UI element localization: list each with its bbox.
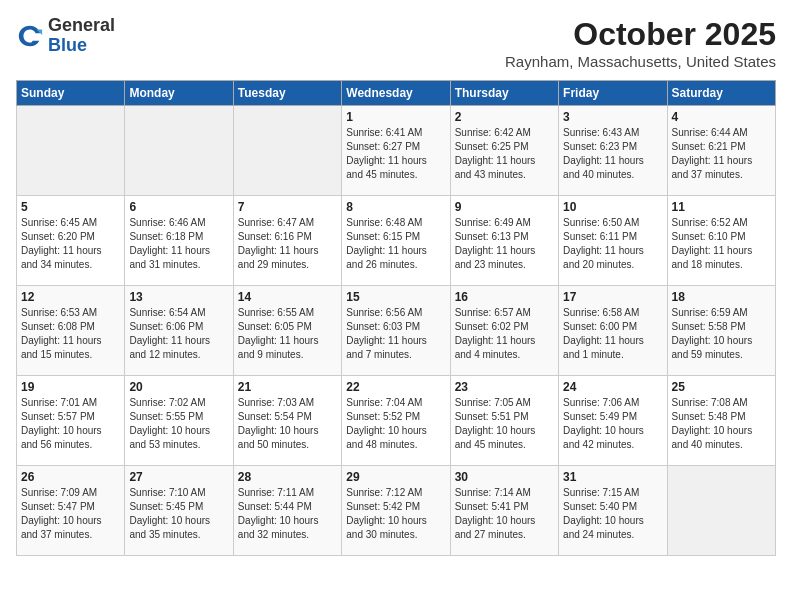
calendar-cell: 12Sunrise: 6:53 AMSunset: 6:08 PMDayligh… (17, 286, 125, 376)
calendar-cell: 2Sunrise: 6:42 AMSunset: 6:25 PMDaylight… (450, 106, 558, 196)
day-number: 9 (455, 200, 554, 214)
calendar-cell: 20Sunrise: 7:02 AMSunset: 5:55 PMDayligh… (125, 376, 233, 466)
day-number: 27 (129, 470, 228, 484)
day-number: 7 (238, 200, 337, 214)
weekday-header-monday: Monday (125, 81, 233, 106)
day-info: Sunrise: 7:04 AMSunset: 5:52 PMDaylight:… (346, 396, 445, 452)
day-info: Sunrise: 6:57 AMSunset: 6:02 PMDaylight:… (455, 306, 554, 362)
day-number: 13 (129, 290, 228, 304)
calendar-cell: 17Sunrise: 6:58 AMSunset: 6:00 PMDayligh… (559, 286, 667, 376)
day-number: 3 (563, 110, 662, 124)
day-info: Sunrise: 6:49 AMSunset: 6:13 PMDaylight:… (455, 216, 554, 272)
day-info: Sunrise: 7:08 AMSunset: 5:48 PMDaylight:… (672, 396, 771, 452)
calendar-cell: 6Sunrise: 6:46 AMSunset: 6:18 PMDaylight… (125, 196, 233, 286)
calendar-cell: 24Sunrise: 7:06 AMSunset: 5:49 PMDayligh… (559, 376, 667, 466)
calendar-cell: 13Sunrise: 6:54 AMSunset: 6:06 PMDayligh… (125, 286, 233, 376)
calendar-cell: 18Sunrise: 6:59 AMSunset: 5:58 PMDayligh… (667, 286, 775, 376)
day-info: Sunrise: 6:42 AMSunset: 6:25 PMDaylight:… (455, 126, 554, 182)
calendar-cell: 27Sunrise: 7:10 AMSunset: 5:45 PMDayligh… (125, 466, 233, 556)
day-info: Sunrise: 6:52 AMSunset: 6:10 PMDaylight:… (672, 216, 771, 272)
day-number: 28 (238, 470, 337, 484)
day-info: Sunrise: 6:50 AMSunset: 6:11 PMDaylight:… (563, 216, 662, 272)
calendar-week-row: 5Sunrise: 6:45 AMSunset: 6:20 PMDaylight… (17, 196, 776, 286)
day-number: 17 (563, 290, 662, 304)
calendar-week-row: 1Sunrise: 6:41 AMSunset: 6:27 PMDaylight… (17, 106, 776, 196)
day-info: Sunrise: 6:53 AMSunset: 6:08 PMDaylight:… (21, 306, 120, 362)
day-number: 6 (129, 200, 228, 214)
day-info: Sunrise: 7:03 AMSunset: 5:54 PMDaylight:… (238, 396, 337, 452)
calendar-week-row: 12Sunrise: 6:53 AMSunset: 6:08 PMDayligh… (17, 286, 776, 376)
day-number: 21 (238, 380, 337, 394)
day-info: Sunrise: 6:54 AMSunset: 6:06 PMDaylight:… (129, 306, 228, 362)
calendar-cell: 3Sunrise: 6:43 AMSunset: 6:23 PMDaylight… (559, 106, 667, 196)
calendar-cell: 22Sunrise: 7:04 AMSunset: 5:52 PMDayligh… (342, 376, 450, 466)
calendar-cell: 14Sunrise: 6:55 AMSunset: 6:05 PMDayligh… (233, 286, 341, 376)
day-info: Sunrise: 6:55 AMSunset: 6:05 PMDaylight:… (238, 306, 337, 362)
day-info: Sunrise: 7:01 AMSunset: 5:57 PMDaylight:… (21, 396, 120, 452)
day-info: Sunrise: 6:56 AMSunset: 6:03 PMDaylight:… (346, 306, 445, 362)
day-number: 22 (346, 380, 445, 394)
calendar-cell: 26Sunrise: 7:09 AMSunset: 5:47 PMDayligh… (17, 466, 125, 556)
day-number: 5 (21, 200, 120, 214)
logo-blue-text: Blue (48, 36, 115, 56)
day-number: 16 (455, 290, 554, 304)
day-info: Sunrise: 7:05 AMSunset: 5:51 PMDaylight:… (455, 396, 554, 452)
calendar-cell (667, 466, 775, 556)
weekday-header-friday: Friday (559, 81, 667, 106)
calendar-cell: 31Sunrise: 7:15 AMSunset: 5:40 PMDayligh… (559, 466, 667, 556)
weekday-header-row: SundayMondayTuesdayWednesdayThursdayFrid… (17, 81, 776, 106)
calendar-cell (125, 106, 233, 196)
day-info: Sunrise: 6:46 AMSunset: 6:18 PMDaylight:… (129, 216, 228, 272)
day-number: 18 (672, 290, 771, 304)
calendar-cell: 10Sunrise: 6:50 AMSunset: 6:11 PMDayligh… (559, 196, 667, 286)
calendar-cell: 28Sunrise: 7:11 AMSunset: 5:44 PMDayligh… (233, 466, 341, 556)
calendar-cell: 1Sunrise: 6:41 AMSunset: 6:27 PMDaylight… (342, 106, 450, 196)
calendar-cell: 7Sunrise: 6:47 AMSunset: 6:16 PMDaylight… (233, 196, 341, 286)
calendar-cell (17, 106, 125, 196)
calendar-cell: 16Sunrise: 6:57 AMSunset: 6:02 PMDayligh… (450, 286, 558, 376)
logo-text: General Blue (48, 16, 115, 56)
day-info: Sunrise: 7:15 AMSunset: 5:40 PMDaylight:… (563, 486, 662, 542)
day-info: Sunrise: 7:02 AMSunset: 5:55 PMDaylight:… (129, 396, 228, 452)
day-number: 10 (563, 200, 662, 214)
day-number: 4 (672, 110, 771, 124)
day-info: Sunrise: 7:06 AMSunset: 5:49 PMDaylight:… (563, 396, 662, 452)
day-number: 24 (563, 380, 662, 394)
day-info: Sunrise: 6:44 AMSunset: 6:21 PMDaylight:… (672, 126, 771, 182)
day-info: Sunrise: 7:09 AMSunset: 5:47 PMDaylight:… (21, 486, 120, 542)
calendar-cell: 29Sunrise: 7:12 AMSunset: 5:42 PMDayligh… (342, 466, 450, 556)
calendar-cell (233, 106, 341, 196)
day-number: 14 (238, 290, 337, 304)
calendar-cell: 25Sunrise: 7:08 AMSunset: 5:48 PMDayligh… (667, 376, 775, 466)
day-number: 20 (129, 380, 228, 394)
day-number: 23 (455, 380, 554, 394)
day-info: Sunrise: 6:45 AMSunset: 6:20 PMDaylight:… (21, 216, 120, 272)
day-info: Sunrise: 7:10 AMSunset: 5:45 PMDaylight:… (129, 486, 228, 542)
day-number: 11 (672, 200, 771, 214)
day-info: Sunrise: 7:14 AMSunset: 5:41 PMDaylight:… (455, 486, 554, 542)
month-title: October 2025 (505, 16, 776, 53)
day-number: 15 (346, 290, 445, 304)
logo: General Blue (16, 16, 115, 56)
location-text: Raynham, Massachusetts, United States (505, 53, 776, 70)
day-info: Sunrise: 6:41 AMSunset: 6:27 PMDaylight:… (346, 126, 445, 182)
day-info: Sunrise: 6:43 AMSunset: 6:23 PMDaylight:… (563, 126, 662, 182)
day-number: 19 (21, 380, 120, 394)
day-info: Sunrise: 7:11 AMSunset: 5:44 PMDaylight:… (238, 486, 337, 542)
calendar-cell: 30Sunrise: 7:14 AMSunset: 5:41 PMDayligh… (450, 466, 558, 556)
logo-icon (16, 22, 44, 50)
day-info: Sunrise: 6:58 AMSunset: 6:00 PMDaylight:… (563, 306, 662, 362)
day-info: Sunrise: 6:59 AMSunset: 5:58 PMDaylight:… (672, 306, 771, 362)
day-number: 8 (346, 200, 445, 214)
calendar-cell: 19Sunrise: 7:01 AMSunset: 5:57 PMDayligh… (17, 376, 125, 466)
page-header: General Blue October 2025 Raynham, Massa… (16, 16, 776, 70)
calendar-table: SundayMondayTuesdayWednesdayThursdayFrid… (16, 80, 776, 556)
weekday-header-tuesday: Tuesday (233, 81, 341, 106)
title-block: October 2025 Raynham, Massachusetts, Uni… (505, 16, 776, 70)
calendar-cell: 4Sunrise: 6:44 AMSunset: 6:21 PMDaylight… (667, 106, 775, 196)
day-info: Sunrise: 6:48 AMSunset: 6:15 PMDaylight:… (346, 216, 445, 272)
calendar-week-row: 19Sunrise: 7:01 AMSunset: 5:57 PMDayligh… (17, 376, 776, 466)
day-info: Sunrise: 7:12 AMSunset: 5:42 PMDaylight:… (346, 486, 445, 542)
weekday-header-thursday: Thursday (450, 81, 558, 106)
calendar-cell: 21Sunrise: 7:03 AMSunset: 5:54 PMDayligh… (233, 376, 341, 466)
